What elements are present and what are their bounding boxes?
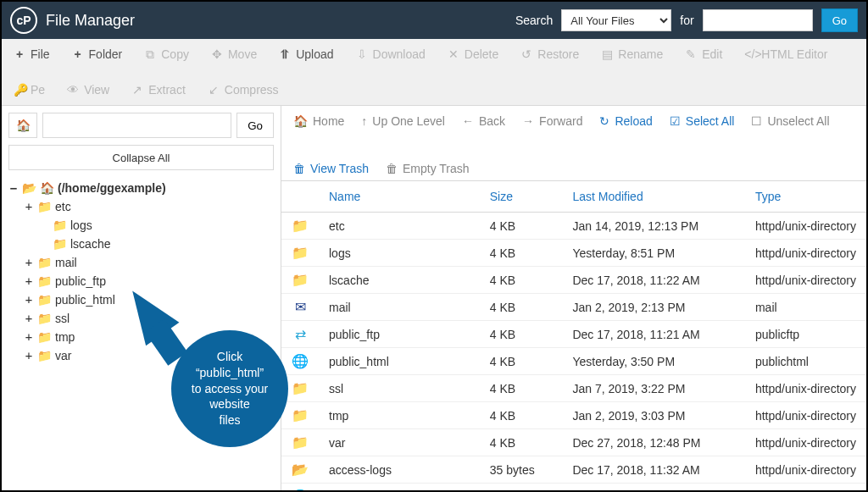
restore-button[interactable]: ↺ Restore [515,42,584,66]
tree-toggle-icon[interactable]: + [24,290,34,309]
cell-size: 4 KB [480,294,563,321]
view-label: View [84,83,109,97]
path-bar: 🏠 Go [8,113,274,138]
move-icon: ✥ [211,47,223,61]
folder-icon: 📁 [37,272,52,290]
collapse-all-button[interactable]: Collapse All [8,145,274,170]
download-button[interactable]: ⇩ Download [351,42,431,66]
nav-home-label: Home [313,114,344,128]
tree-item-logs[interactable]: 📁logs [8,216,274,235]
path-home-button[interactable]: 🏠 [8,113,37,138]
unselect-all-label: Unselect All [767,114,829,128]
compress-button[interactable]: ↙ Compress [203,78,284,102]
table-row[interactable]: 🌐www11 bytesDec 17, 2018, 11:21 AMpublic… [281,484,866,493]
col-icon[interactable] [281,181,319,213]
folder-icon: 📁 [37,328,52,346]
edit-button[interactable]: ✎ Edit [680,42,727,66]
cell-type: httpd/unix-directory [745,456,866,484]
tree-item-tmp[interactable]: +📁tmp [8,328,274,346]
folder-icon: 📁 [292,246,309,260]
copy-button[interactable]: ⧉ Copy [139,42,194,66]
rename-button[interactable]: ▤ Rename [596,42,668,66]
view-trash-button[interactable]: 🗑 View Trash [293,162,369,175]
table-row[interactable]: 🌐public_html4 KBYesterday, 3:50 PMpublic… [281,348,866,375]
path-input[interactable] [42,113,231,138]
tree-toggle-icon[interactable]: + [24,272,34,290]
table-row[interactable]: 📂access-logs35 bytesDec 17, 2018, 11:32 … [281,456,866,484]
folder-icon: 📁 [37,309,52,328]
tree-toggle-icon[interactable]: + [24,328,34,346]
tree-root[interactable]: − 📂 🏠 (/home/ggexample) [8,179,274,197]
col-last-modified[interactable]: Last Modified [562,181,745,213]
empty-trash-button[interactable]: 🗑 Empty Trash [386,162,470,175]
tree-toggle-icon[interactable]: − [8,179,19,197]
tree-item-public_html[interactable]: +📁public_html [8,290,274,309]
folder-icon: 📁 [53,216,67,235]
html-editor-button[interactable]: </> HTML Editor [739,42,832,66]
folder-icon: 📁 [37,197,52,216]
nav-up-button[interactable]: ↑ Up One Level [361,114,445,128]
tree-toggle-icon[interactable] [39,216,49,235]
table-row[interactable]: 📁etc4 KBJan 14, 2019, 12:13 PMhttpd/unix… [281,213,866,240]
search-scope-select[interactable]: All Your Files [561,9,671,31]
move-button[interactable]: ✥ Move [206,42,262,66]
cell-name: access-logs [319,456,480,484]
view-button[interactable]: 👁 View [62,78,114,102]
cell-modified: Yesterday, 3:50 PM [562,348,745,375]
tree-item-public_ftp[interactable]: +📁public_ftp [8,272,274,290]
nav-back-button[interactable]: ← Back [462,114,505,128]
col-type[interactable]: Type [745,181,866,213]
cell-name: etc [319,213,480,240]
cpanel-logo-icon: cP [10,7,37,34]
upload-button[interactable]: ⥣ Upload [274,42,338,66]
search-input[interactable] [703,9,813,31]
eye-icon: 👁 [67,83,79,97]
tree-toggle-icon[interactable]: + [24,309,34,328]
search-go-button[interactable]: Go [821,8,858,32]
cell-modified: Dec 17, 2018, 11:32 AM [562,456,745,484]
table-row[interactable]: ⇄public_ftp4 KBDec 17, 2018, 11:21 AMpub… [281,321,866,348]
tree-toggle-icon[interactable]: + [24,197,34,216]
nav-home-button[interactable]: 🏠 Home [293,114,344,128]
new-folder-button[interactable]: + Folder [67,42,128,66]
tree-item-ssl[interactable]: +📁ssl [8,309,274,328]
permissions-button[interactable]: 🔑 Pe [8,78,50,102]
cell-modified: Dec 17, 2018, 11:21 AM [562,484,745,493]
new-file-button[interactable]: + File [8,42,55,66]
tree-item-etc[interactable]: +📁etc [8,197,274,216]
folder-icon: 📁 [37,290,52,309]
reload-button[interactable]: ↻ Reload [599,114,652,128]
tree-item-lscache[interactable]: 📁lscache [8,235,274,253]
col-size[interactable]: Size [480,181,563,213]
table-row[interactable]: 📁ssl4 KBJan 7, 2019, 3:22 PMhttpd/unix-d… [281,375,866,402]
table-row[interactable]: 📁lscache4 KBDec 17, 2018, 11:22 AMhttpd/… [281,267,866,294]
cell-modified: Jan 7, 2019, 3:22 PM [562,375,745,402]
tree-pane: 🏠 Go Collapse All − 📂 🏠 (/home/ggexample… [2,106,281,492]
select-all-button[interactable]: ☑ Select All [670,114,735,128]
table-row[interactable]: 📁logs4 KBYesterday, 8:51 PMhttpd/unix-di… [281,240,866,267]
table-row[interactable]: 📁tmp4 KBJan 2, 2019, 3:03 PMhttpd/unix-d… [281,402,866,429]
nav-back-label: Back [479,114,505,128]
folder-icon: 📁 [37,346,52,365]
cell-type: mail [745,294,866,321]
nav-forward-button[interactable]: → Forward [522,114,582,128]
table-row[interactable]: 📁var4 KBDec 27, 2018, 12:48 PMhttpd/unix… [281,429,866,456]
tree-item-mail[interactable]: +📁mail [8,253,274,272]
unselect-all-button[interactable]: ☐ Unselect All [751,114,829,128]
delete-button[interactable]: ✕ Delete [442,42,504,66]
col-name[interactable]: Name [319,181,480,213]
tree-toggle-icon[interactable]: + [24,346,34,365]
cell-size: 4 KB [480,429,563,456]
tree-toggle-icon[interactable]: + [24,253,34,272]
tree-item-var[interactable]: +📁var [8,346,274,365]
cell-size: 35 bytes [480,456,563,484]
tree-toggle-icon[interactable] [39,235,49,253]
restore-label: Restore [537,47,579,61]
cell-modified: Jan 14, 2019, 12:13 PM [562,213,745,240]
cell-modified: Dec 17, 2018, 11:21 AM [562,321,745,348]
cell-modified: Jan 2, 2019, 3:03 PM [562,402,745,429]
table-row[interactable]: ✉mail4 KBJan 2, 2019, 2:13 PMmail [281,294,866,321]
delete-icon: ✕ [448,47,459,61]
extract-button[interactable]: ↗ Extract [126,78,191,102]
path-go-button[interactable]: Go [236,113,274,138]
